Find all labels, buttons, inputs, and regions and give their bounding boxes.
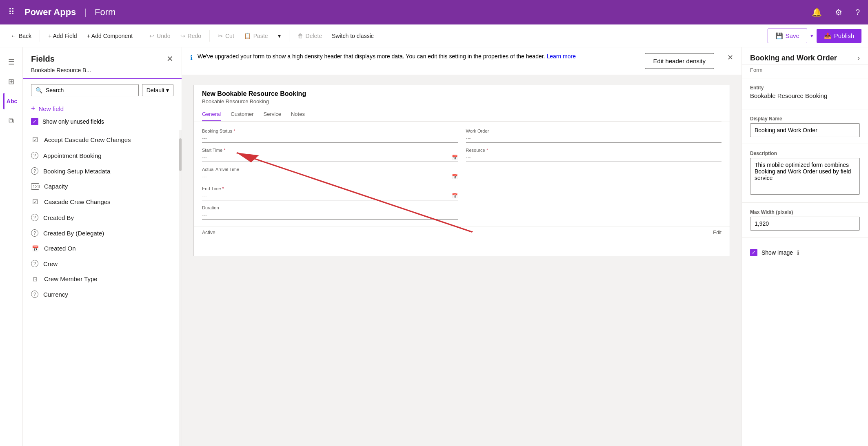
max-width-input[interactable]	[750, 217, 860, 231]
field-label: Duration	[202, 205, 458, 210]
show-unused-checkbox[interactable]: ✓	[31, 118, 38, 125]
right-panel-show-image-section: ✓ Show image ℹ	[742, 237, 868, 263]
learn-more-link[interactable]: Learn more	[546, 53, 576, 60]
app-grid-icon[interactable]: ⠿	[8, 7, 15, 18]
fields-panel-close-button[interactable]: ✕	[166, 54, 173, 64]
tab-service[interactable]: Service	[264, 108, 281, 121]
add-field-button[interactable]: + Add Field	[44, 30, 81, 42]
right-panel-header: Booking and Work Order ›	[742, 47, 868, 64]
undo-label: Undo	[157, 33, 170, 39]
delete-button[interactable]: 🗑 Delete	[293, 30, 326, 42]
field-input: ---	[202, 134, 458, 143]
more-button[interactable]: ▾	[274, 30, 285, 42]
field-dots: ---	[202, 193, 207, 199]
sidebar-icon-dashboard[interactable]: ⊞	[3, 73, 20, 90]
show-image-checkbox[interactable]: ✓	[750, 249, 757, 256]
field-label: Booking Setup Metadata	[43, 168, 110, 175]
right-panel-max-width-section: Max Width (pixels)	[742, 202, 868, 237]
search-input[interactable]	[46, 87, 134, 93]
toolbar: ← Back + Add Field + Add Component ↩ Und…	[0, 24, 868, 47]
switch-classic-button[interactable]: Switch to classic	[328, 30, 378, 42]
field-input: ---	[466, 153, 722, 162]
tab-notes[interactable]: Notes	[291, 108, 305, 121]
dropdown-chevron-icon: ▾	[166, 87, 169, 93]
add-component-button[interactable]: + Add Component	[83, 30, 137, 42]
help-icon[interactable]: ?	[855, 8, 860, 17]
add-field-label: + Add Field	[48, 33, 77, 39]
info-field-icon: ?	[31, 214, 38, 221]
field-item-appointment[interactable]: ? Appointment Booking	[23, 148, 182, 163]
save-icon: 💾	[775, 32, 783, 40]
field-label: Appointment Booking	[43, 152, 102, 159]
sidebar-icon-hamburger[interactable]: ☰	[3, 54, 20, 70]
field-item-created-by[interactable]: ? Created By	[23, 210, 182, 225]
display-name-input[interactable]	[750, 123, 860, 137]
save-button[interactable]: 💾 Save	[768, 29, 807, 43]
field-dots: ---	[202, 155, 207, 160]
tab-general[interactable]: General	[202, 108, 221, 121]
new-field-row[interactable]: + New field	[23, 101, 182, 115]
field-label: Created By	[43, 214, 74, 221]
field-item-crew[interactable]: ? Crew	[23, 256, 182, 271]
sidebar-icon-fields[interactable]: Abc	[3, 93, 20, 109]
form-field-duration: Duration ---	[202, 205, 458, 220]
right-panel-expand-button[interactable]: ›	[857, 54, 860, 62]
field-dots: ---	[202, 135, 207, 141]
info-banner-close-button[interactable]: ✕	[727, 53, 733, 62]
paste-icon: 📋	[244, 33, 251, 39]
show-unused-label: Show only unused fields	[42, 118, 104, 125]
field-label: Accept Cascade Crew Changes	[44, 136, 131, 143]
field-item-accept-cascade[interactable]: ☑ Accept Cascade Crew Changes	[23, 132, 182, 148]
edit-header-density-button[interactable]: Edit header density	[645, 53, 714, 69]
form-preview-header: New Bookable Resource Booking Bookable R…	[194, 85, 730, 122]
calendar-icon: 📅	[452, 174, 458, 180]
fields-dropdown[interactable]: Default ▾	[142, 84, 173, 96]
number-field-icon: 123	[31, 183, 39, 190]
field-item-created-on[interactable]: 📅 Created On	[23, 241, 182, 256]
undo-button[interactable]: ↩ Undo	[145, 30, 174, 42]
field-label: Actual Arrival Time	[202, 167, 458, 172]
description-textarea[interactable]: This mobile optimized form combines Book…	[750, 158, 860, 195]
fields-list: ☑ Accept Cascade Crew Changes ? Appointm…	[23, 130, 182, 446]
toolbar-sep-1	[40, 30, 40, 42]
redo-button[interactable]: ↪ Redo	[176, 30, 205, 42]
paste-button[interactable]: 📋 Paste	[240, 30, 272, 42]
toolbar-sep-2	[141, 30, 141, 42]
bell-icon[interactable]: 🔔	[812, 7, 822, 17]
info-field-icon: ?	[31, 260, 38, 267]
form-footer: Active Edit	[194, 226, 730, 239]
save-dropdown-button[interactable]: ▾	[809, 30, 815, 41]
entity-label: Entity	[750, 85, 860, 91]
field-input: ---	[202, 211, 458, 220]
cut-button[interactable]: ✂ Cut	[214, 30, 238, 42]
info-field-icon: ?	[31, 152, 38, 159]
form-footer-status: Active	[202, 230, 215, 235]
gear-icon[interactable]: ⚙	[835, 7, 842, 17]
info-banner-icon: ℹ	[190, 54, 193, 62]
field-item-booking-setup[interactable]: ? Booking Setup Metadata	[23, 163, 182, 179]
tab-customer[interactable]: Customer	[231, 108, 253, 121]
fields-search-row: 🔍 Default ▾	[23, 79, 182, 101]
show-image-info-icon: ℹ	[797, 249, 799, 256]
fields-panel-title: Fields	[31, 54, 55, 64]
field-item-cascade[interactable]: ☑ Cascade Crew Changes	[23, 194, 182, 210]
scroll-thumb[interactable]	[179, 138, 182, 171]
form-field-resource: Resource * ---	[466, 148, 722, 162]
description-label: Description	[750, 151, 860, 156]
show-unused-row[interactable]: ✓ Show only unused fields	[23, 115, 182, 130]
field-dots: ---	[466, 155, 471, 160]
form-field-actual-arrival: Actual Arrival Time --- 📅	[202, 167, 458, 181]
field-label: Crew Member Type	[44, 275, 98, 282]
field-item-currency[interactable]: ? Currency	[23, 286, 182, 302]
field-item-capacity[interactable]: 123 Capacity	[23, 179, 182, 194]
field-item-created-by-delegate[interactable]: ? Created By (Delegate)	[23, 225, 182, 241]
field-label: Cascade Crew Changes	[44, 198, 111, 205]
field-item-crew-member-type[interactable]: ⊡ Crew Member Type	[23, 271, 182, 286]
publish-button[interactable]: 📤 Publish	[817, 29, 861, 43]
field-label: Resource *	[466, 148, 722, 153]
back-button[interactable]: ← Back	[7, 30, 36, 42]
calendar-icon: 📅	[452, 193, 458, 199]
back-icon: ←	[11, 33, 16, 39]
field-input: ---	[466, 134, 722, 143]
sidebar-icon-layers[interactable]: ⧉	[3, 113, 20, 129]
